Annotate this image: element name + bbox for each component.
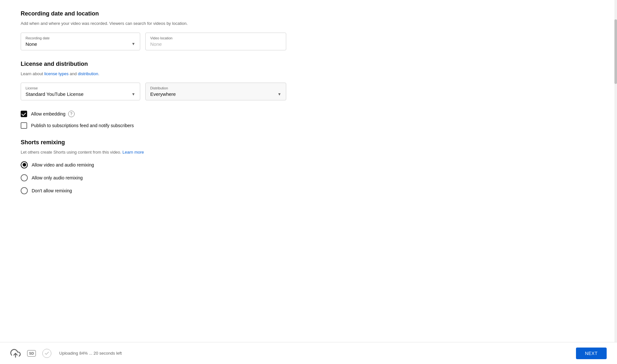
radio-no-remixing[interactable]	[21, 187, 28, 194]
license-arrow-icon: ▼	[131, 92, 135, 96]
shorts-section-desc: Let others create Shorts using content f…	[21, 149, 286, 156]
recording-date-select[interactable]: Recording date None ▼	[21, 33, 140, 50]
license-desc-middle: and	[68, 71, 78, 76]
license-section-desc: Learn about license types and distributi…	[21, 71, 286, 77]
license-section-title: License and distribution	[21, 61, 286, 67]
video-location-input[interactable]: Video location None	[145, 33, 286, 50]
upload-icon-container[interactable]	[10, 348, 21, 359]
license-label: License	[26, 86, 135, 90]
video-location-placeholder: None	[150, 41, 281, 47]
scrollbar-track[interactable]	[614, 0, 617, 364]
distribution-link[interactable]: distribution	[78, 71, 98, 76]
sd-badge[interactable]: SD	[27, 350, 36, 357]
distribution-arrow-icon: ▼	[277, 92, 281, 96]
publish-feed-checkbox[interactable]	[21, 122, 27, 129]
bottom-bar: SD Uploading 84% ... 20 seconds left NEX…	[0, 342, 617, 364]
radio-no-remixing-row: Don't allow remixing	[21, 187, 286, 194]
allow-embedding-checkbox[interactable]	[21, 111, 27, 117]
shorts-section-title: Shorts remixing	[21, 139, 286, 146]
license-value: Standard YouTube License ▼	[26, 91, 135, 97]
radio-allow-video-audio[interactable]	[21, 161, 28, 168]
check-icon[interactable]	[42, 349, 51, 358]
shorts-learn-more-link[interactable]: Learn more	[122, 150, 144, 155]
radio-no-remixing-label: Don't allow remixing	[32, 188, 72, 193]
license-desc-suffix: .	[98, 71, 99, 76]
next-button[interactable]: NEXT	[576, 348, 607, 359]
distribution-label: Distribution	[150, 86, 281, 90]
publish-feed-label: Publish to subscriptions feed and notify…	[31, 123, 134, 128]
radio-allow-video-audio-row: Allow video and audio remixing	[21, 161, 286, 168]
scrollbar-thumb[interactable]	[614, 19, 617, 84]
distribution-select[interactable]: Distribution Everywhere ▼	[145, 83, 286, 100]
checkmark-icon	[44, 351, 49, 356]
allow-embedding-label: Allow embedding ?	[31, 111, 75, 117]
recording-date-arrow-icon: ▼	[131, 42, 135, 46]
radio-allow-audio-only[interactable]	[21, 174, 28, 181]
radio-allow-audio-only-row: Allow only audio remixing	[21, 174, 286, 181]
radio-allow-audio-only-label: Allow only audio remixing	[32, 175, 83, 180]
license-select[interactable]: License Standard YouTube License ▼	[21, 83, 140, 100]
allow-embedding-help-icon[interactable]: ?	[68, 111, 75, 117]
upload-icon	[10, 348, 21, 359]
recording-section-title: Recording date and location	[21, 10, 286, 17]
shorts-desc-prefix: Let others create Shorts using content f…	[21, 150, 122, 155]
recording-section-desc: Add when and where your video was record…	[21, 20, 286, 27]
license-types-link[interactable]: license types	[44, 71, 68, 76]
allow-embedding-row: Allow embedding ?	[21, 111, 286, 117]
radio-allow-video-audio-label: Allow video and audio remixing	[32, 162, 94, 167]
video-location-label: Video location	[150, 36, 281, 40]
publish-feed-row: Publish to subscriptions feed and notify…	[21, 122, 286, 129]
license-desc-prefix: Learn about	[21, 71, 44, 76]
distribution-value: Everywhere ▼	[150, 91, 281, 97]
upload-status-text: Uploading 84% ... 20 seconds left	[59, 351, 122, 356]
recording-date-value: None ▼	[26, 41, 135, 47]
recording-date-label: Recording date	[26, 36, 135, 40]
